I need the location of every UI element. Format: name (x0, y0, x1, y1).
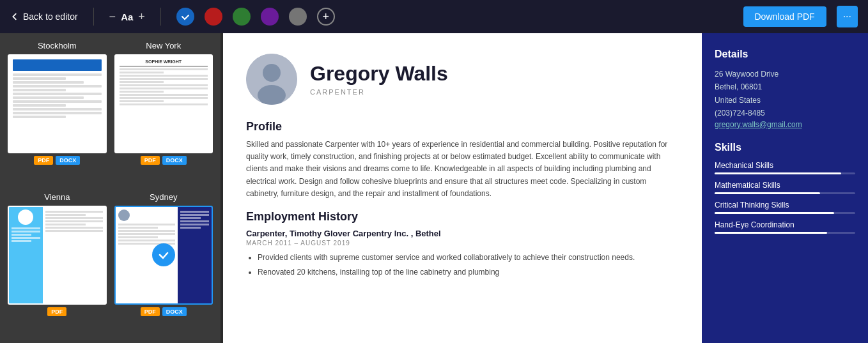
vienna-left-col (9, 207, 43, 303)
st-line10 (13, 108, 102, 111)
stockholm-header (13, 59, 102, 71)
ny-divider (120, 66, 208, 66)
sy-line3 (118, 230, 176, 232)
sw-line6 (180, 227, 200, 229)
arrow-left-icon (10, 12, 19, 21)
sw-line3 (180, 217, 200, 219)
st-line2 (13, 77, 66, 80)
st-line3 (13, 81, 84, 84)
skill-bar-fill-0 (715, 172, 841, 174)
ny-line8 (120, 91, 164, 93)
st-line8 (13, 100, 102, 103)
stockholm-docx-badge[interactable]: DOCX (56, 156, 80, 165)
st-line9 (13, 104, 66, 107)
detail-email: gregory.walls@gmail.com (715, 120, 855, 129)
color-swatch-gray[interactable] (289, 8, 307, 26)
template-sydney-thumb[interactable] (114, 206, 213, 305)
more-options-button[interactable]: ··· (837, 6, 858, 27)
color-swatch-red[interactable] (205, 8, 222, 26)
sw-line1 (180, 211, 209, 213)
skill-bar-bg-1 (715, 192, 855, 194)
new-york-pdf-badge[interactable]: PDF (141, 156, 160, 165)
font-increase-button[interactable]: + (138, 10, 145, 24)
new-york-badges: PDF DOCX (114, 156, 213, 165)
resume-document: Gregory Walls CARPENTER Profile Skilled … (223, 33, 868, 343)
download-pdf-button[interactable]: Download PDF (743, 6, 826, 27)
profile-text: Skilled and passionate Carpenter with 10… (246, 139, 679, 200)
new-york-docx-badge[interactable]: DOCX (162, 156, 187, 165)
sydney-badges: PDF DOCX (114, 307, 213, 316)
vr-line4 (45, 220, 103, 222)
ny-line4 (120, 78, 208, 80)
resume-name-block: Gregory Walls CARPENTER (310, 63, 448, 95)
vr-line1 (45, 211, 103, 213)
back-label: Back to editor (23, 11, 78, 22)
checkmark-icon (181, 12, 190, 21)
st-line4 (13, 85, 102, 88)
ny-line7 (120, 88, 208, 89)
vienna-badges: PDF (8, 307, 107, 316)
template-stockholm-label: Stockholm (8, 41, 107, 50)
vr-line6 (45, 227, 103, 229)
sy-line1 (118, 224, 176, 225)
template-vienna[interactable]: Vienna (8, 192, 107, 336)
sydney-docx-badge[interactable]: DOCX (162, 307, 187, 316)
sw-line4 (180, 220, 209, 222)
skill-bar-bg-3 (715, 232, 855, 234)
resume-avatar (246, 54, 297, 105)
template-vienna-thumb[interactable] (8, 206, 107, 305)
check-icon (158, 249, 169, 261)
template-new-york-thumb[interactable]: SOPHIE WRIGHT (114, 54, 213, 153)
resume-preview-area: Gregory Walls CARPENTER Profile Skilled … (223, 33, 868, 343)
st-line12 (13, 116, 66, 118)
avatar-image (246, 54, 297, 105)
sydney-pdf-badge[interactable]: PDF (141, 307, 160, 316)
svg-point-1 (263, 64, 281, 82)
resume-title: CARPENTER (310, 88, 448, 96)
template-stockholm-thumb[interactable] (8, 54, 107, 153)
color-swatch-purple[interactable] (261, 8, 279, 26)
resume-main-content: Gregory Walls CARPENTER Profile Skilled … (223, 33, 702, 343)
vr-line3 (45, 217, 103, 219)
details-heading: Details (715, 49, 855, 60)
skill-label-2: Critical Thinking Skills (715, 201, 855, 210)
vienna-pdf-badge[interactable]: PDF (47, 307, 66, 316)
ny-line2 (120, 72, 164, 73)
ny-line1 (120, 68, 208, 70)
detail-address: 26 Waywood Drive (715, 68, 855, 80)
job-dates: MARCH 2011 – AUGUST 2019 (246, 240, 679, 247)
skill-bar-bg-0 (715, 172, 855, 174)
detail-phone: (203)724-8485 (715, 107, 855, 119)
skill-bar-bg-2 (715, 212, 855, 214)
font-controls: − Aa + (109, 10, 145, 24)
skill-bar-fill-2 (715, 212, 834, 214)
font-decrease-button[interactable]: − (109, 10, 116, 24)
stockholm-pdf-badge[interactable]: PDF (34, 156, 53, 165)
font-label: Aa (121, 11, 133, 22)
job-bullet-1: Provided clients with supreme customer s… (258, 252, 679, 264)
skill-bar-fill-1 (715, 192, 820, 194)
vienna-avatar (18, 210, 33, 225)
template-sidebar: Stockholm (0, 33, 221, 343)
color-swatch-blue[interactable] (176, 8, 194, 26)
selected-check-overlay (152, 243, 175, 266)
vienna-right-col (43, 207, 105, 303)
color-swatch-green[interactable] (233, 8, 251, 26)
separator (93, 8, 94, 26)
color-add-button[interactable]: + (317, 8, 335, 26)
detail-country: United States (715, 94, 855, 107)
ny-line3 (120, 75, 208, 77)
template-new-york[interactable]: New York SOPHIE WRIGHT (114, 41, 213, 185)
resume-sidebar: Details 26 Waywood Drive Bethel, 06801 U… (702, 33, 868, 343)
template-stockholm[interactable]: Stockholm (8, 41, 107, 185)
st-line5 (13, 89, 66, 91)
job-bullet-2: Renovated 20 kitchens, installing top of… (258, 266, 679, 278)
st-line7 (13, 96, 84, 99)
back-to-editor-button[interactable]: Back to editor (10, 11, 78, 22)
skill-label-1: Mathematical Skills (715, 181, 855, 190)
template-sydney[interactable]: Sydney (114, 192, 213, 336)
ny-line12 (120, 103, 208, 105)
skill-label-0: Mechanical Skills (715, 161, 855, 170)
sw-line5 (180, 224, 209, 225)
st-line1 (13, 73, 102, 76)
